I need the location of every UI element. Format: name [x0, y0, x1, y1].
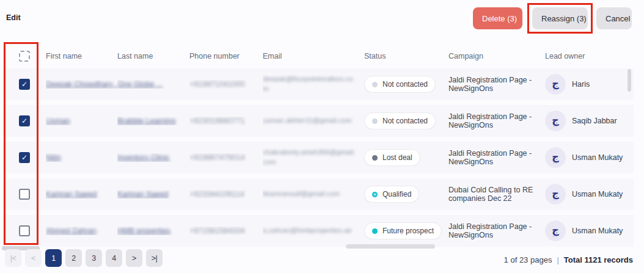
- select-all-checkbox[interactable]: [19, 51, 30, 62]
- page-number-button[interactable]: 3: [86, 249, 102, 267]
- row-checkbox[interactable]: [19, 152, 30, 163]
- column-header: Phone number: [189, 52, 263, 60]
- avatar-glyph: ج: [552, 79, 559, 89]
- lead-owner-name: Usman Mukaty: [572, 227, 623, 235]
- status-badge: Future prospect: [364, 222, 442, 239]
- total-records-text: Total 1121 records: [564, 255, 633, 264]
- vertical-scrollbar-thumb[interactable]: [628, 69, 631, 92]
- leads-bulk-edit-screen: Edit Delete (3) Reassign (3) Cancel Firs…: [0, 0, 644, 273]
- row-checkbox[interactable]: [19, 189, 30, 200]
- first-name-link[interactable]: Kamran Saeed: [46, 190, 97, 198]
- row-checkbox[interactable]: [19, 79, 30, 90]
- column-header: Status: [364, 52, 448, 60]
- campaign-cell: Dubai Cold Calling to RE companies Dec 2…: [448, 186, 545, 203]
- lead-owner-name: Usman Mukaty: [572, 153, 623, 162]
- delete-button[interactable]: Delete (3): [473, 7, 522, 29]
- records-summary: 1 of 23 pages | Total 1121 records: [504, 255, 633, 264]
- first-name-link[interactable]: Ahmed Zahran: [46, 227, 97, 235]
- jaldi-logo-avatar: ج ı.ı: [545, 220, 566, 241]
- phone-number-cell: +971581584334: [189, 227, 245, 235]
- row-checkbox[interactable]: [19, 115, 30, 126]
- reassign-button[interactable]: Reassign (3): [532, 7, 588, 29]
- avatar-glyph: ج: [552, 152, 559, 162]
- table-row[interactable]: Usman Brabble Learning +923019660771 usm…: [3, 105, 634, 137]
- status-dot-icon: [372, 192, 378, 197]
- status-badge: Not contacted: [364, 76, 436, 93]
- phone-number-cell: +923344106114: [189, 190, 244, 198]
- avatar-glyph: ج: [552, 225, 559, 235]
- last-name-link[interactable]: Kamran Saeed: [117, 190, 168, 198]
- status-label: Lost deal: [382, 153, 412, 162]
- cancel-button[interactable]: Cancel: [596, 7, 632, 29]
- jaldi-logo-avatar: ج ı.ı: [545, 184, 566, 205]
- table-row[interactable]: Deepak Chowdhary ... One Globe ... +9198…: [3, 68, 634, 100]
- phone-number-cell: +919867475014: [189, 153, 245, 162]
- avatar-glyph-dots: ı.ı: [554, 235, 557, 237]
- next-page-button[interactable]: >: [126, 249, 142, 267]
- column-header: Last name: [117, 52, 189, 60]
- lead-owner-name: Haris: [572, 80, 590, 89]
- avatar-glyph-dots: ı.ı: [554, 89, 557, 90]
- last-page-button[interactable]: >|: [146, 249, 163, 267]
- status-badge: Not contacted: [364, 112, 436, 129]
- page-number-button[interactable]: 4: [106, 249, 122, 267]
- summary-separator: |: [557, 255, 558, 264]
- campaign-cell: Jaldi Registration Page - NewSignOns: [448, 76, 545, 93]
- jaldi-logo-avatar: ج ı.ı: [545, 74, 566, 95]
- prev-page-button[interactable]: <: [25, 249, 42, 267]
- horizontal-scrollbar-thumb[interactable]: [346, 244, 435, 249]
- avatar-glyph: ج: [552, 115, 559, 125]
- avatar-glyph-dots: ı.ı: [554, 162, 557, 164]
- pagination: |< < 1234 > >|: [5, 249, 163, 267]
- lead-owner-name: Saqib Jabbar: [572, 117, 617, 125]
- table-row[interactable]: Ahmed Zahran HMB properties +97158158433…: [3, 215, 634, 247]
- page-number-button[interactable]: 1: [45, 249, 62, 267]
- first-name-link[interactable]: Nitin: [46, 153, 61, 162]
- column-header: Lead owner: [545, 52, 634, 60]
- column-header: Email: [263, 52, 364, 60]
- status-dot-icon: [372, 155, 378, 161]
- page-number-button[interactable]: 2: [65, 249, 82, 267]
- table-row[interactable]: Nitin Inventors Clinic +919867475014 cha…: [3, 142, 634, 173]
- first-name-link[interactable]: Deepak Chowdhary ...: [46, 80, 117, 89]
- status-badge: Qualified: [364, 186, 419, 203]
- status-badge: Lost deal: [364, 149, 420, 166]
- leads-table: First nameLast namePhone numberEmailStat…: [3, 46, 634, 252]
- page-count-text: 1 of 23 pages: [504, 255, 552, 264]
- edit-mode-label: Edit: [6, 13, 21, 22]
- status-dot-icon: [372, 82, 378, 87]
- last-name-link[interactable]: HMB properties: [117, 227, 170, 235]
- status-label: Future prospect: [382, 227, 434, 235]
- status-dot-icon: [372, 228, 378, 234]
- status-label: Not contacted: [382, 80, 428, 89]
- jaldi-logo-avatar: ج ı.ı: [545, 147, 566, 168]
- phone-number-cell: +923019660771: [189, 117, 245, 125]
- last-name-link[interactable]: Brabble Learning: [117, 117, 175, 125]
- jaldi-logo-avatar: ج ı.ı: [545, 111, 566, 131]
- status-label: Qualified: [382, 190, 411, 198]
- column-header: Campaign: [448, 52, 545, 60]
- avatar-glyph: ج: [552, 189, 559, 198]
- campaign-cell: Jaldi Registration Page - NewSignOns: [448, 112, 545, 129]
- last-name-link[interactable]: Inventors Clinic: [117, 153, 169, 162]
- avatar-glyph-dots: ı.ı: [554, 125, 557, 127]
- first-name-link[interactable]: Usman: [46, 117, 70, 125]
- row-checkbox[interactable]: [19, 225, 30, 236]
- avatar-glyph-dots: ı.ı: [554, 198, 557, 200]
- campaign-cell: Jaldi Registration Page - NewSignOns: [448, 222, 545, 239]
- status-dot-icon: [372, 118, 378, 124]
- email-cell: usman.akhter11@gmail.com: [263, 117, 352, 124]
- bulk-actions-toolbar: Delete (3) Reassign (3) Cancel: [473, 7, 632, 29]
- email-cell: deepak@fourpointrealtors.com: [263, 75, 353, 92]
- last-name-link[interactable]: One Globe ...: [117, 80, 163, 89]
- phone-number-cell: +919871041000: [189, 80, 245, 89]
- table-body: Deepak Chowdhary ... One Globe ... +9198…: [3, 68, 634, 247]
- lead-owner-name: Usman Mukaty: [572, 190, 623, 198]
- email-cell: chakraborty.anish356@gmail.com: [263, 148, 355, 166]
- campaign-cell: Jaldi Registration Page - NewSignOns: [448, 149, 545, 166]
- column-header: First name: [46, 52, 117, 60]
- table-header-row: First nameLast namePhone numberEmailStat…: [3, 46, 634, 66]
- first-page-button[interactable]: |<: [5, 249, 21, 267]
- status-label: Not contacted: [382, 117, 428, 125]
- table-row[interactable]: Kamran Saeed Kamran Saeed +923344106114 …: [3, 178, 634, 210]
